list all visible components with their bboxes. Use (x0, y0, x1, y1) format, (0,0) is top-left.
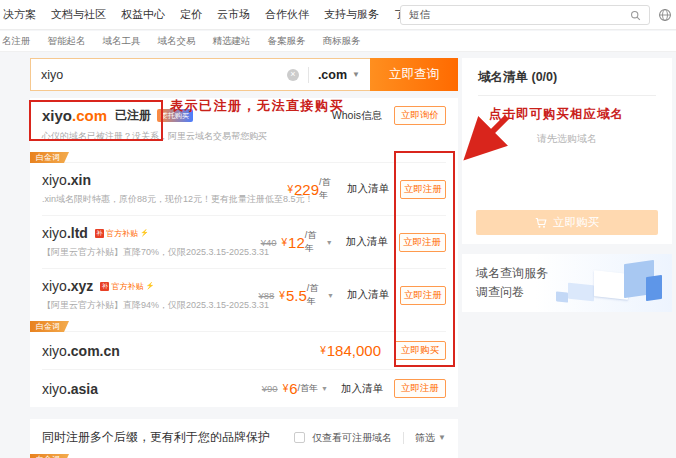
available-only-checkbox[interactable] (294, 432, 305, 443)
search-icon[interactable] (630, 10, 641, 21)
original-price: ¥90 (262, 383, 278, 394)
price-options-chevron-icon[interactable]: ▼ (321, 385, 328, 392)
register-now-button[interactable]: 立即注册 (394, 379, 446, 398)
top-navigation: 决方案 文档与社区 权益中心 定价 云市场 合作伙伴 支持与服务 了解阿里云 (0, 0, 676, 30)
subnav-item-domain-tools[interactable]: 域名工具 (103, 35, 141, 48)
subnav-item-site-builder[interactable]: 精选建站 (213, 35, 251, 48)
subsidy-icon: 补 (95, 229, 104, 238)
add-to-cart-link[interactable]: 加入清单 (347, 182, 389, 196)
whois-link[interactable]: Whois信息 (332, 109, 382, 123)
platinum-tag: 白金词 (30, 454, 446, 458)
platinum-tag: 白金词 (30, 152, 446, 163)
add-to-cart-link[interactable]: 加入清单 (341, 382, 383, 396)
add-to-cart-link[interactable]: 加入清单 (346, 235, 388, 249)
add-to-cart-link[interactable]: 加入清单 (347, 288, 389, 302)
domain-row-ltd: xiyo.ltd 补 官方补贴 ⚡ 【阿里云官方补贴】直降70%，仅限2025.… (42, 215, 446, 268)
promo-text: 【阿里云官方补贴】直降94%，仅限2025.3.15-2025.3.31 (42, 299, 258, 312)
available-only-label[interactable]: 仅查看可注册域名 (312, 431, 392, 445)
domain-tld: .asia (67, 381, 98, 397)
topnav-item-benefits[interactable]: 权益中心 (121, 7, 165, 22)
original-price: ¥88 (258, 290, 274, 301)
registered-status-label: 已注册 (115, 107, 151, 124)
subnav-item-trademark[interactable]: 商标服务 (323, 35, 361, 48)
topnav-item-support[interactable]: 支持与服务 (324, 7, 379, 22)
currency-symbol: ¥ (287, 184, 293, 195)
currency-symbol: ¥ (281, 237, 287, 248)
domain-tld: .com.cn (67, 343, 120, 359)
domain-search-page: 决方案 文档与社区 权益中心 定价 云市场 合作伙伴 支持与服务 了解阿里云 名… (0, 0, 676, 458)
price-value: 5.5 (286, 287, 307, 304)
domain-row-xyz: xiyo.xyz 补 官方补贴 ⚡ 【阿里云官方补贴】直降94%，仅限2025.… (42, 268, 446, 321)
subnav-item-register[interactable]: 名注册 (2, 35, 31, 48)
global-search-input[interactable] (409, 9, 630, 21)
global-search-box[interactable] (400, 5, 650, 25)
price-unit: /首年 (298, 382, 319, 395)
survey-line1: 域名查询服务 (476, 264, 548, 283)
domain-name: xiyo (42, 172, 67, 188)
domain-tld: .xyz (67, 278, 93, 294)
survey-illustration (548, 258, 668, 310)
currency-symbol: ¥ (283, 383, 289, 394)
trade-badge: 委托购买 (157, 109, 193, 122)
domain-search-input[interactable] (31, 68, 287, 82)
domain-name: xiyo (42, 107, 72, 124)
chevron-down-icon: ▼ (352, 70, 360, 79)
domain-cart-panel: 域名清单 (0/0) 请先选购域名 立即购买 (462, 58, 672, 244)
domain-row-xin: xiyo.xin .xin域名限时特惠，原价88元，现价12元！更有批量注册低至… (42, 162, 446, 215)
domain-row-com-cn: xiyo.com.cn ¥184,000 立即购买 (42, 331, 446, 369)
survey-banner[interactable]: 域名查询服务 调查问卷 (462, 254, 672, 312)
subnav-item-smart-naming[interactable]: 智能起名 (48, 35, 86, 48)
result-list: xiyo.com 已注册 委托购买 Whois信息 立即询价 心仪的域名已被注册… (30, 98, 458, 407)
registered-domain-row: xiyo.com 已注册 委托购买 Whois信息 立即询价 心仪的域名已被注册… (42, 98, 446, 152)
survey-line2: 调查问卷 (476, 283, 548, 302)
topnav-item-solutions[interactable]: 决方案 (3, 7, 36, 22)
price-value: 229 (294, 181, 319, 198)
domain-name: xiyo (42, 278, 67, 294)
inquire-price-button[interactable]: 立即询价 (394, 106, 446, 125)
domain-sub-navigation: 名注册 智能起名 域名工具 域名交易 精选建站 备案服务 商标服务 (0, 31, 676, 52)
official-subsidy-badge: 补 官方补贴 ⚡ (95, 228, 149, 239)
search-submit-button[interactable]: 立即查询 (370, 58, 458, 91)
register-now-button[interactable]: 立即注册 (400, 180, 446, 199)
cart-icon (535, 217, 547, 229)
original-price: ¥40 (261, 237, 277, 248)
price-value: 12 (288, 234, 305, 251)
cart-buy-button[interactable]: 立即购买 (476, 210, 658, 235)
topnav-item-docs-community[interactable]: 文档与社区 (51, 7, 106, 22)
price-unit: /首年 (319, 176, 334, 202)
domain-row-asia: xiyo.asia ¥90 ¥6/首年▼ 加入清单 立即注册 (42, 369, 446, 407)
registered-hint-text: 心仪的域名已被注册？没关系，阿里云域名交易帮您购买 (42, 130, 446, 143)
register-now-button[interactable]: 立即注册 (400, 286, 446, 305)
results-column: × .com ▼ 立即查询 xiyo.com 已注册 委托购买 Whois信息 … (30, 58, 458, 458)
cart-panel-title: 域名清单 (0/0) (462, 58, 672, 95)
subsidy-icon: 补 (100, 282, 109, 291)
tld-select[interactable]: .com ▼ (318, 68, 370, 82)
domain-name: xiyo (42, 343, 67, 359)
bolt-icon: ⚡ (140, 229, 149, 237)
domain-name: xiyo (42, 381, 67, 397)
subnav-item-icp-filing[interactable]: 备案服务 (268, 35, 306, 48)
buy-now-button[interactable]: 立即购买 (394, 341, 446, 360)
topnav-item-marketplace[interactable]: 云市场 (217, 7, 250, 22)
cart-column: 域名清单 (0/0) 请先选购域名 立即购买 域名查询服务 调查问卷 (462, 58, 672, 312)
official-subsidy-badge: 补 官方补贴 ⚡ (100, 281, 154, 292)
filter-dropdown[interactable]: 筛选 ▼ (415, 431, 446, 445)
cart-count: (0/0) (531, 70, 557, 84)
globe-icon[interactable] (658, 8, 672, 22)
domain-tld: .com (72, 107, 107, 124)
promo-text: 【阿里云官方补贴】直降70%，仅限2025.3.15-2025.3.31 (42, 246, 261, 259)
price-options-chevron-icon[interactable]: ▼ (327, 292, 334, 299)
domain-search-bar: × .com ▼ 立即查询 (30, 58, 458, 91)
divider (403, 432, 404, 444)
register-now-button[interactable]: 立即注册 (399, 233, 446, 252)
cart-empty-hint: 请先选购域名 (462, 132, 672, 146)
subnav-item-domain-trade[interactable]: 域名交易 (158, 35, 196, 48)
topnav-item-pricing[interactable]: 定价 (180, 7, 202, 22)
tld-selected-value: .com (318, 68, 347, 82)
price-value: 184,000 (327, 342, 381, 359)
price-options-chevron-icon[interactable]: ▼ (326, 239, 333, 246)
currency-symbol: ¥ (279, 290, 285, 301)
currency-symbol: ¥ (320, 345, 326, 356)
clear-input-icon[interactable]: × (287, 69, 299, 81)
topnav-item-partners[interactable]: 合作伙伴 (265, 7, 309, 22)
